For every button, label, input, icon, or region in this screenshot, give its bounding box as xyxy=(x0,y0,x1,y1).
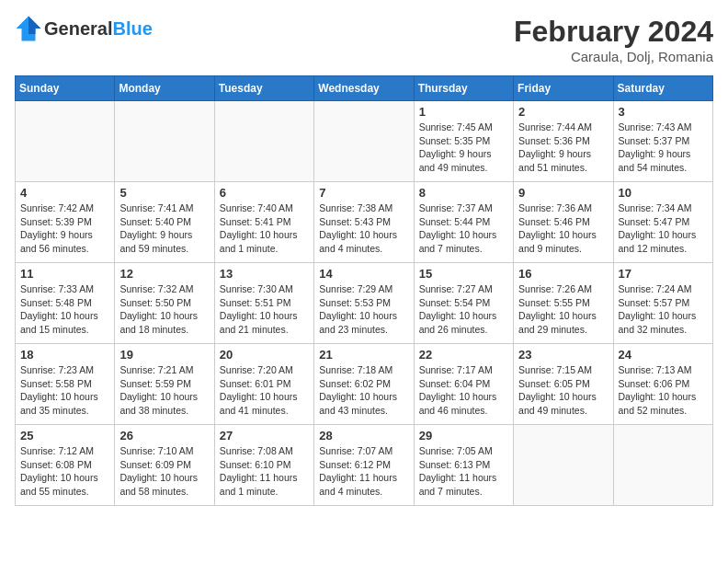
cell-line: Sunrise: 7:26 AM xyxy=(518,282,608,296)
day-number: 21 xyxy=(319,348,408,362)
logo-blue: Blue xyxy=(112,18,152,39)
cell-line: Sunset: 5:59 PM xyxy=(119,377,209,391)
cell-line: Sunrise: 7:43 AM xyxy=(619,121,708,134)
calendar-cell xyxy=(214,101,313,182)
cell-line: Daylight: 10 hours and 21 minutes. xyxy=(220,309,309,336)
cell-line: Sunrise: 7:42 AM xyxy=(20,201,109,215)
cell-content: Sunrise: 7:42 AMSunset: 5:39 PMDaylight:… xyxy=(20,201,109,256)
cell-content: Sunrise: 7:33 AMSunset: 5:48 PMDaylight:… xyxy=(20,282,109,337)
cell-line: Daylight: 10 hours and 32 minutes. xyxy=(619,309,708,336)
cell-line: Sunset: 6:10 PM xyxy=(220,458,309,472)
calendar-cell: 3Sunrise: 7:43 AMSunset: 5:37 PMDaylight… xyxy=(613,101,712,182)
cell-content: Sunrise: 7:10 AMSunset: 6:09 PMDaylight:… xyxy=(119,444,209,499)
cell-content: Sunrise: 7:44 AMSunset: 5:36 PMDaylight:… xyxy=(518,121,608,175)
calendar-cell xyxy=(16,101,115,182)
cell-line: Sunset: 5:58 PM xyxy=(20,377,109,391)
cell-line: Daylight: 10 hours and 49 minutes. xyxy=(518,390,608,417)
cell-line: Sunrise: 7:21 AM xyxy=(119,363,209,377)
cell-line: Daylight: 10 hours and 23 minutes. xyxy=(319,309,408,336)
cell-line: Sunset: 5:41 PM xyxy=(220,215,309,229)
header-cell-sunday: Sunday xyxy=(16,76,115,101)
calendar-cell: 5Sunrise: 7:41 AMSunset: 5:40 PMDaylight… xyxy=(115,182,214,263)
cell-content: Sunrise: 7:43 AMSunset: 5:37 PMDaylight:… xyxy=(619,121,708,175)
cell-content: Sunrise: 7:07 AMSunset: 6:12 PMDaylight:… xyxy=(319,444,408,499)
cell-line: Sunset: 5:48 PM xyxy=(20,296,109,310)
cell-line: Sunset: 6:13 PM xyxy=(419,458,508,472)
day-number: 1 xyxy=(419,105,508,119)
cell-line: Sunrise: 7:29 AM xyxy=(319,282,408,296)
cell-line: Sunrise: 7:08 AM xyxy=(220,444,309,458)
cell-content: Sunrise: 7:17 AMSunset: 6:04 PMDaylight:… xyxy=(419,363,508,418)
cell-line: Sunset: 5:55 PM xyxy=(518,296,608,310)
day-number: 27 xyxy=(220,429,309,442)
location: Caraula, Dolj, Romania xyxy=(514,49,713,64)
cell-line: Sunset: 6:08 PM xyxy=(20,458,109,472)
cell-content: Sunrise: 7:23 AMSunset: 5:58 PMDaylight:… xyxy=(20,363,109,418)
cell-content: Sunrise: 7:29 AMSunset: 5:53 PMDaylight:… xyxy=(319,282,408,337)
logo-icon xyxy=(15,15,42,42)
header-cell-saturday: Saturday xyxy=(613,76,712,101)
cell-content: Sunrise: 7:36 AMSunset: 5:46 PMDaylight:… xyxy=(518,201,608,256)
calendar-cell: 27Sunrise: 7:08 AMSunset: 6:10 PMDayligh… xyxy=(214,425,313,506)
title-block: February 2024 Caraula, Dolj, Romania xyxy=(514,15,713,64)
cell-line: Sunset: 5:57 PM xyxy=(619,296,708,310)
calendar-cell: 16Sunrise: 7:26 AMSunset: 5:55 PMDayligh… xyxy=(514,263,613,344)
cell-line: Sunrise: 7:17 AM xyxy=(419,363,508,377)
day-number: 24 xyxy=(619,348,708,362)
cell-content: Sunrise: 7:40 AMSunset: 5:41 PMDaylight:… xyxy=(220,201,309,256)
cell-line: Sunrise: 7:18 AM xyxy=(319,363,408,377)
cell-line: Sunrise: 7:36 AM xyxy=(518,201,608,215)
cell-line: Daylight: 10 hours and 7 minutes. xyxy=(419,228,508,255)
cell-line: Sunrise: 7:44 AM xyxy=(518,121,608,134)
cell-line: Sunrise: 7:07 AM xyxy=(319,444,408,458)
cell-line: Sunrise: 7:34 AM xyxy=(619,201,708,215)
header-cell-tuesday: Tuesday xyxy=(214,76,313,101)
cell-line: Daylight: 9 hours and 56 minutes. xyxy=(20,228,109,255)
cell-line: Sunrise: 7:15 AM xyxy=(518,363,608,377)
cell-line: Daylight: 10 hours and 4 minutes. xyxy=(319,228,408,255)
day-number: 4 xyxy=(20,186,109,200)
cell-line: Sunrise: 7:13 AM xyxy=(619,363,708,377)
day-number: 13 xyxy=(220,267,309,281)
calendar-cell: 8Sunrise: 7:37 AMSunset: 5:44 PMDaylight… xyxy=(414,182,513,263)
cell-line: Sunset: 6:05 PM xyxy=(518,377,608,391)
day-number: 7 xyxy=(319,186,408,200)
cell-line: Sunrise: 7:32 AM xyxy=(119,282,209,296)
calendar-cell xyxy=(115,101,214,182)
cell-content: Sunrise: 7:18 AMSunset: 6:02 PMDaylight:… xyxy=(319,363,408,418)
cell-line: Sunrise: 7:41 AM xyxy=(119,201,209,215)
calendar-cell: 26Sunrise: 7:10 AMSunset: 6:09 PMDayligh… xyxy=(115,425,214,506)
cell-line: Daylight: 11 hours and 4 minutes. xyxy=(319,471,408,498)
cell-line: Sunset: 6:02 PM xyxy=(319,377,408,391)
day-number: 6 xyxy=(220,186,309,200)
cell-line: Sunset: 5:54 PM xyxy=(419,296,508,310)
cell-line: Sunset: 5:37 PM xyxy=(619,134,708,148)
calendar-cell: 7Sunrise: 7:38 AMSunset: 5:43 PMDaylight… xyxy=(314,182,414,263)
calendar-cell: 12Sunrise: 7:32 AMSunset: 5:50 PMDayligh… xyxy=(115,263,214,344)
day-number: 8 xyxy=(419,186,508,200)
header-row: SundayMondayTuesdayWednesdayThursdayFrid… xyxy=(16,76,713,101)
cell-line: Daylight: 10 hours and 38 minutes. xyxy=(119,390,209,417)
cell-line: Sunset: 5:46 PM xyxy=(518,215,608,229)
cell-line: Daylight: 11 hours and 1 minute. xyxy=(220,471,309,498)
cell-line: Sunset: 5:47 PM xyxy=(619,215,708,229)
day-number: 11 xyxy=(20,267,109,281)
cell-line: Daylight: 10 hours and 55 minutes. xyxy=(20,471,109,498)
cell-line: Sunset: 5:43 PM xyxy=(319,215,408,229)
cell-content: Sunrise: 7:32 AMSunset: 5:50 PMDaylight:… xyxy=(119,282,209,337)
calendar-cell: 17Sunrise: 7:24 AMSunset: 5:57 PMDayligh… xyxy=(613,263,712,344)
cell-line: Sunset: 6:12 PM xyxy=(319,458,408,472)
cell-line: Daylight: 10 hours and 15 minutes. xyxy=(20,309,109,336)
cell-line: Sunrise: 7:33 AM xyxy=(20,282,109,296)
cell-line: Daylight: 11 hours and 7 minutes. xyxy=(419,471,508,498)
cell-content: Sunrise: 7:34 AMSunset: 5:47 PMDaylight:… xyxy=(619,201,708,256)
day-number: 3 xyxy=(619,105,708,119)
cell-line: Sunrise: 7:30 AM xyxy=(220,282,309,296)
cell-line: Sunrise: 7:23 AM xyxy=(20,363,109,377)
logo-general: General xyxy=(44,18,112,39)
cell-content: Sunrise: 7:24 AMSunset: 5:57 PMDaylight:… xyxy=(619,282,708,337)
calendar-cell: 18Sunrise: 7:23 AMSunset: 5:58 PMDayligh… xyxy=(16,344,115,425)
day-number: 26 xyxy=(119,429,209,442)
cell-line: Daylight: 10 hours and 35 minutes. xyxy=(20,390,109,417)
cell-content: Sunrise: 7:20 AMSunset: 6:01 PMDaylight:… xyxy=(220,363,309,418)
